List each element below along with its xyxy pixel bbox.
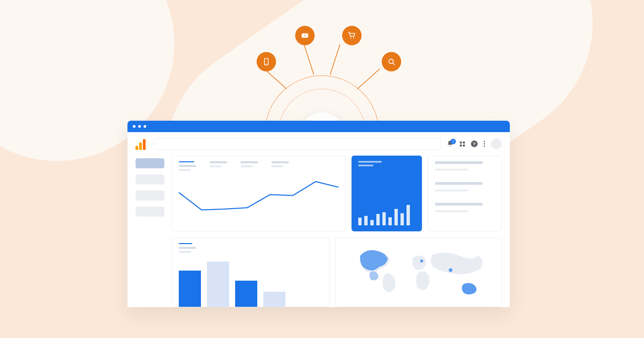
sidebar-item-3[interactable] xyxy=(136,190,164,201)
stem-mobile xyxy=(264,68,287,89)
overflow-menu-button[interactable] xyxy=(484,141,485,147)
metric-tab-1[interactable] xyxy=(179,161,196,171)
mini-bars xyxy=(358,195,415,225)
analytics-logo-icon[interactable] xyxy=(136,138,148,150)
geo-map-card xyxy=(335,237,502,307)
help-icon[interactable]: ? xyxy=(471,140,478,147)
metric-tabs xyxy=(179,161,338,171)
svg-line-7 xyxy=(393,63,394,65)
realtime-bar-card xyxy=(352,156,422,231)
svg-point-6 xyxy=(389,59,393,63)
stem-cart xyxy=(330,44,340,75)
sidebar-nav xyxy=(136,156,164,307)
notifications-button[interactable]: 2 xyxy=(446,140,454,148)
app-topbar: 2 ? xyxy=(127,132,510,156)
line-chart-card xyxy=(172,156,345,231)
sidebar-item-2[interactable] xyxy=(136,174,164,184)
notifications-badge: 2 xyxy=(450,139,456,144)
apps-grid-icon[interactable] xyxy=(460,142,465,147)
metric-tab-2[interactable] xyxy=(210,161,227,171)
window-dot xyxy=(138,125,141,128)
mobile-icon xyxy=(257,52,276,71)
stem-video xyxy=(304,44,314,75)
svg-point-4 xyxy=(350,38,351,39)
stem-search xyxy=(357,68,380,89)
svg-point-9 xyxy=(449,268,452,272)
search-input[interactable] xyxy=(154,138,440,150)
browser-titlebar xyxy=(127,121,510,132)
video-play-icon xyxy=(295,26,315,45)
shopping-cart-icon xyxy=(342,26,362,45)
sidebar-item-1[interactable] xyxy=(136,158,164,168)
avatar[interactable] xyxy=(491,138,502,149)
window-dot xyxy=(144,125,146,128)
svg-point-5 xyxy=(353,38,354,39)
summary-list-card xyxy=(428,156,502,231)
bar-chart-bars xyxy=(179,257,322,307)
search-icon xyxy=(382,52,401,71)
metric-tab-3[interactable] xyxy=(240,161,258,171)
world-map-svg xyxy=(342,243,495,300)
window-dot xyxy=(133,125,136,128)
svg-point-8 xyxy=(420,260,423,263)
bar-chart-card xyxy=(172,237,329,307)
browser-window: 2 ? xyxy=(127,121,510,307)
metric-tab-4[interactable] xyxy=(271,161,289,171)
sidebar-item-4[interactable] xyxy=(136,207,164,217)
line-chart-svg xyxy=(179,175,338,219)
svg-point-1 xyxy=(266,63,267,64)
